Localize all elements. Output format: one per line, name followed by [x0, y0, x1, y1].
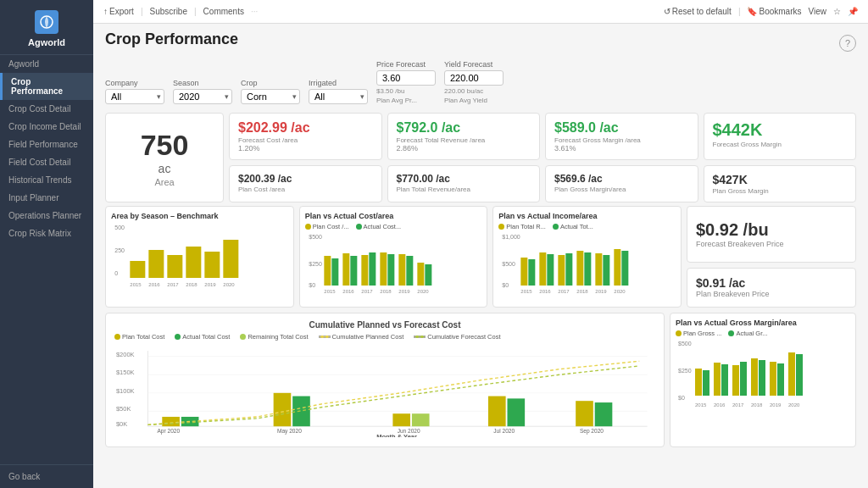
- svg-rect-42: [540, 252, 547, 286]
- svg-rect-22: [350, 256, 357, 286]
- svg-text:$250: $250: [678, 368, 692, 374]
- svg-text:$500: $500: [309, 234, 322, 240]
- bookmarks-button[interactable]: 🔖 Bookmarks: [747, 7, 801, 16]
- plan-breakeven-value: $0.91 /ac: [696, 276, 847, 290]
- yield-forecast-filter: Yield Forecast 220.00 bu/ac Plan Avg Yie…: [444, 60, 504, 104]
- plan-revenue-label: Plan Total Revenue/area: [397, 186, 531, 193]
- area-benchmark-title: Area by Season – Benchmark: [111, 212, 288, 220]
- star-icon[interactable]: ☆: [833, 7, 841, 16]
- sidebar-item-field-cost-detail[interactable]: Field Cost Detail: [0, 153, 93, 171]
- page-title: Crop Performance: [105, 30, 238, 48]
- company-select[interactable]: All: [105, 89, 164, 104]
- forecast-gross-card: $442K Forecast Gross Margin: [704, 113, 857, 160]
- price-forecast-input[interactable]: [376, 70, 436, 86]
- export-button[interactable]: ↑ Export: [103, 7, 134, 16]
- sidebar-item-crop-income-detail[interactable]: Crop Income Detail: [0, 118, 93, 136]
- forecast-cost-value: $202.99 /ac: [238, 120, 373, 136]
- more-options-icon: ···: [251, 7, 258, 16]
- plan-vs-actual-cost-legend: Plan Cost /... Actual Cost...: [305, 223, 482, 230]
- reset-button[interactable]: ↺ Reset to default: [664, 7, 732, 16]
- sidebar-item-crop-risk-matrix[interactable]: Crop Risk Matrix: [0, 225, 93, 242]
- forecast-cost-card: $202.99 /ac Forecast Cost /area 1.20%: [229, 113, 382, 160]
- irrigated-select[interactable]: All: [309, 89, 368, 104]
- svg-rect-50: [615, 249, 621, 286]
- plan-vs-actual-cost-title: Plan vs Actual Cost/area: [305, 212, 482, 220]
- svg-text:2015: 2015: [324, 289, 336, 294]
- subscribe-button[interactable]: Subscribe: [150, 7, 187, 16]
- svg-rect-7: [186, 247, 201, 278]
- plan-revenue-value: $770.00 /ac: [397, 173, 531, 185]
- reset-icon: ↺: [664, 7, 670, 16]
- svg-text:2017: 2017: [559, 289, 570, 294]
- svg-rect-6: [167, 255, 182, 278]
- svg-rect-26: [387, 254, 394, 286]
- svg-text:Sep 2020: Sep 2020: [580, 428, 604, 435]
- svg-rect-20: [331, 258, 338, 286]
- forecast-revenue-value: $792.0 /ac: [397, 120, 531, 136]
- svg-text:2015: 2015: [521, 289, 533, 294]
- svg-rect-96: [759, 360, 765, 396]
- forecast-margin-label: Forecast Gross Margin /area: [554, 136, 689, 144]
- sidebar-item-crop-performance[interactable]: Crop Performance: [0, 73, 93, 100]
- svg-rect-100: [796, 354, 803, 396]
- sidebar-item-operations-planner[interactable]: Operations Planner: [0, 207, 93, 225]
- svg-rect-79: [507, 398, 525, 426]
- forecast-cost-pct: 1.20%: [238, 144, 373, 152]
- svg-text:2019: 2019: [398, 289, 410, 294]
- svg-rect-25: [380, 252, 387, 286]
- season-select[interactable]: 2020: [173, 89, 232, 104]
- cumulative-chart-legend: Plan Total Cost Actual Total Cost Remain…: [114, 333, 655, 341]
- sidebar-item-crop-cost-detail[interactable]: Crop Cost Detail: [0, 100, 93, 118]
- export-icon: ↑: [103, 7, 108, 16]
- comments-button[interactable]: Comments: [203, 7, 244, 16]
- svg-rect-91: [714, 363, 721, 396]
- svg-text:$150K: $150K: [116, 369, 135, 376]
- svg-rect-28: [406, 256, 413, 286]
- plan-margin-value: $569.6 /ac: [554, 173, 689, 185]
- area-benchmark-chart: Area by Season – Benchmark 500 250 0 201…: [105, 206, 294, 308]
- help-icon[interactable]: ?: [839, 35, 856, 52]
- forecast-gross-label: Forecast Gross Margin: [713, 141, 848, 148]
- forecast-gross-value: $442K: [713, 120, 848, 140]
- svg-text:Jul 2020: Jul 2020: [493, 428, 515, 434]
- forecast-revenue-label: Forecast Total Revenue /area: [397, 136, 531, 144]
- season-filter: Season 2020: [173, 79, 232, 104]
- svg-rect-44: [559, 255, 565, 286]
- crop-filter: Crop Corn: [241, 79, 300, 104]
- sidebar-item-input-planner[interactable]: Input Planner: [0, 189, 93, 207]
- svg-text:2018: 2018: [577, 289, 589, 294]
- svg-rect-21: [342, 253, 349, 286]
- view-button[interactable]: View: [809, 7, 827, 16]
- svg-rect-93: [732, 365, 739, 396]
- svg-text:500: 500: [114, 225, 125, 230]
- svg-rect-89: [695, 369, 702, 396]
- sidebar: Agworld Agworld Crop Performance Crop Co…: [0, 0, 93, 488]
- svg-text:2016: 2016: [148, 282, 160, 287]
- svg-text:$0: $0: [503, 282, 509, 288]
- svg-text:2020: 2020: [615, 289, 626, 294]
- yield-forecast-input[interactable]: [444, 70, 504, 86]
- svg-rect-24: [369, 252, 376, 286]
- svg-rect-45: [566, 253, 573, 286]
- svg-text:$50K: $50K: [116, 405, 131, 413]
- svg-rect-40: [521, 258, 528, 286]
- svg-rect-90: [703, 370, 709, 396]
- crop-select[interactable]: Corn: [241, 89, 300, 104]
- company-filter: Company All: [105, 79, 164, 104]
- svg-rect-27: [398, 254, 405, 286]
- svg-text:$0: $0: [678, 395, 685, 401]
- svg-rect-82: [595, 402, 613, 426]
- sidebar-item-agworld[interactable]: Agworld: [0, 55, 93, 73]
- pin-icon[interactable]: 📌: [848, 7, 858, 16]
- sidebar-item-historical-trends[interactable]: Historical Trends: [0, 171, 93, 189]
- svg-text:$250: $250: [309, 261, 322, 267]
- plan-margin-card: $569.6 /ac Plan Gross Margin/area: [545, 165, 698, 202]
- sidebar-item-field-performance[interactable]: Field Performance: [0, 136, 93, 153]
- plan-cost-value: $200.39 /ac: [238, 173, 373, 185]
- area-metric-card: 750 ac Area: [105, 113, 224, 202]
- svg-text:2018: 2018: [186, 282, 198, 287]
- go-back-button[interactable]: Go back: [8, 472, 85, 481]
- forecast-cost-label: Forecast Cost /area: [238, 136, 373, 144]
- svg-rect-99: [788, 352, 795, 396]
- sidebar-logo: Agworld: [0, 0, 93, 55]
